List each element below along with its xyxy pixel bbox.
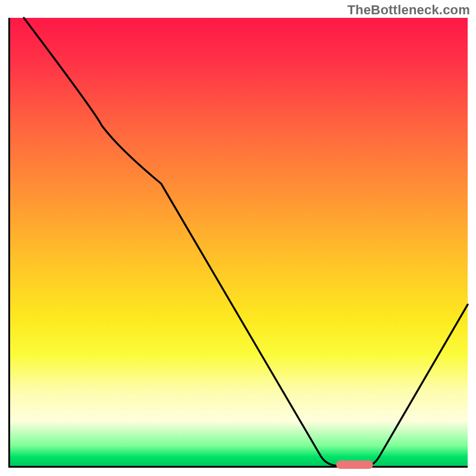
bottleneck-curve (10, 18, 468, 466)
plot-area (8, 18, 468, 468)
optimal-range-marker (336, 461, 373, 469)
chart-container: TheBottleneck.com (0, 0, 476, 476)
attribution-text: TheBottleneck.com (347, 2, 470, 18)
